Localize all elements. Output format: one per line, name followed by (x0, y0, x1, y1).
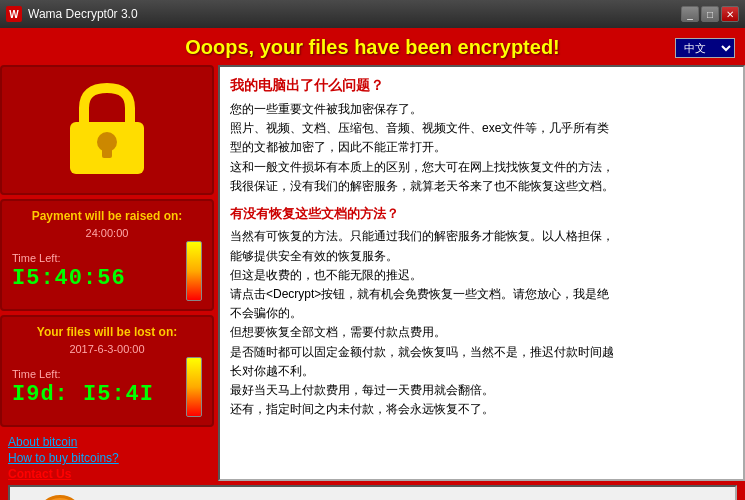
bitcoin-logo: ₿ ACCEPTED HERE (20, 495, 100, 500)
maximize-button[interactable]: □ (701, 6, 719, 22)
links-section: About bitcoin How to buy bitcoins? Conta… (0, 431, 214, 481)
close-button[interactable]: ✕ (721, 6, 739, 22)
lock-container (0, 65, 214, 195)
title-bar-controls: _ □ ✕ (681, 6, 739, 22)
minimize-button[interactable]: _ (681, 6, 699, 22)
content-area: Payment will be raised on: 24:00:00 Time… (0, 65, 745, 481)
timer1-label: Payment will be raised on: (12, 209, 202, 223)
lock-icon (62, 80, 152, 180)
contact-us-link[interactable]: Contact Us (8, 467, 206, 481)
bitcoin-section: ₿ ACCEPTED HERE Send $300 worth of bitco… (8, 485, 737, 500)
app-icon: W (6, 6, 22, 22)
text-panel[interactable]: 我的电脑出了什么问题？ 您的一些重要文件被我加密保存了。 照片、视频、文档、压缩… (218, 65, 745, 481)
title-bar: W Wama Decrypt0r 3.0 _ □ ✕ (0, 0, 745, 28)
timer-box-2: Your files will be lost on: 2017-6-3-00:… (0, 315, 214, 427)
header-title: Ooops, your files have been encrypted! (70, 36, 675, 59)
timer2-countdown: I9d: I5:4I (12, 382, 154, 407)
timer2-timeleft-label: Time Left: (12, 368, 61, 380)
timer1-datetime: 24:00:00 (12, 227, 202, 239)
svg-rect-2 (102, 142, 112, 158)
content-heading2: 有没有恢复这些文档的方法？ (230, 204, 733, 224)
window-title: Wama Decrypt0r 3.0 (28, 7, 138, 21)
content-para2: 当然有可恢复的方法。只能通过我们的解密服务才能恢复。以人格担保， 能够提供安全有… (230, 227, 733, 419)
how-to-buy-link[interactable]: How to buy bitcoins? (8, 451, 206, 465)
header: Ooops, your files have been encrypted! 中… (0, 28, 745, 65)
timer1-timeleft-label: Time Left: (12, 252, 61, 264)
left-column: Payment will be raised on: 24:00:00 Time… (0, 65, 218, 481)
language-selector[interactable]: 中文 English (675, 38, 735, 58)
timer1-countdown: I5:40:56 (12, 266, 126, 291)
window-body: Ooops, your files have been encrypted! 中… (0, 28, 745, 500)
timer2-datetime: 2017-6-3-00:00 (12, 343, 202, 355)
about-bitcoin-link[interactable]: About bitcoin (8, 435, 206, 449)
bitcoin-symbol: ₿ (36, 495, 84, 500)
timer2-bar (186, 357, 202, 417)
title-bar-left: W Wama Decrypt0r 3.0 (6, 6, 138, 22)
timer2-label: Your files will be lost on: (12, 325, 202, 339)
timer1-display: Time Left: I5:40:56 (12, 241, 202, 301)
timer2-display: Time Left: I9d: I5:4I (12, 357, 202, 417)
content-heading1: 我的电脑出了什么问题？ (230, 75, 733, 96)
timer1-bar (186, 241, 202, 301)
content-para1: 您的一些重要文件被我加密保存了。 照片、视频、文档、压缩包、音频、视频文件、ex… (230, 100, 733, 196)
timer-box-1: Payment will be raised on: 24:00:00 Time… (0, 199, 214, 311)
